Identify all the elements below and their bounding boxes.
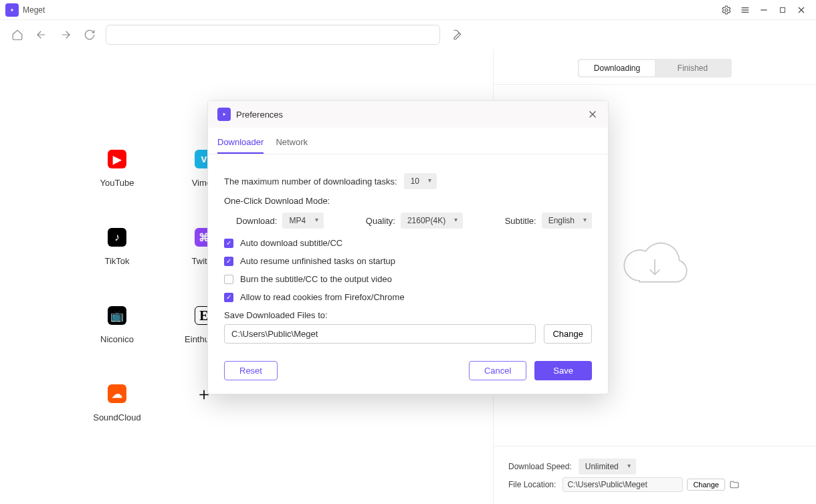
preferences-dialog: Preferences Downloader Network The maxim…	[207, 100, 609, 394]
one-click-label: One-Click Download Mode:	[224, 196, 592, 206]
download-format-select[interactable]: MP4	[282, 213, 324, 229]
quality-select[interactable]: 2160P(4K)	[401, 213, 463, 229]
cancel-button[interactable]: Cancel	[469, 361, 526, 380]
dialog-header: Preferences	[208, 101, 608, 128]
dialog-logo-icon	[217, 108, 231, 121]
dialog-title: Preferences	[236, 110, 283, 120]
checkbox-row-burn_sub: Burn the subtitle/CC to the output video	[224, 274, 592, 284]
checkbox-auto_resume[interactable]	[224, 257, 233, 266]
download-format-label: Download:	[236, 216, 277, 226]
checkbox-burn_sub[interactable]	[224, 275, 233, 284]
dialog-close-icon[interactable]	[587, 108, 599, 120]
dialog-tab-network[interactable]: Network	[276, 133, 308, 154]
subtitle-select[interactable]: English	[542, 213, 592, 229]
checkbox-row-read_cookies: Allow to read cookies from Firefox/Chrom…	[224, 292, 592, 302]
save-path-change-button[interactable]: Change	[544, 324, 592, 344]
save-path-input[interactable]	[224, 324, 536, 344]
quality-label: Quality:	[366, 216, 395, 226]
checkbox-label: Allow to read cookies from Firefox/Chrom…	[240, 292, 405, 302]
checkbox-label: Auto resume unfinished tasks on startup	[240, 256, 395, 266]
max-tasks-select[interactable]: 10	[404, 173, 437, 189]
subtitle-label: Subtitle:	[505, 216, 536, 226]
dialog-tabs: Downloader Network	[208, 128, 608, 154]
max-tasks-label: The maximum number of downloading tasks:	[224, 176, 397, 186]
reset-button[interactable]: Reset	[224, 361, 278, 380]
dialog-tab-downloader[interactable]: Downloader	[217, 133, 264, 154]
checkbox-row-auto_resume: Auto resume unfinished tasks on startup	[224, 256, 592, 266]
checkbox-label: Auto download subtitle/CC	[240, 238, 342, 248]
overlay: Preferences Downloader Network The maxim…	[0, 0, 816, 504]
save-button[interactable]: Save	[534, 361, 592, 380]
checkbox-label: Burn the subtitle/CC to the output video	[240, 274, 392, 284]
save-to-label: Save Downloaded Files to:	[224, 310, 592, 320]
checkbox-read_cookies[interactable]	[224, 293, 233, 302]
checkbox-auto_sub[interactable]	[224, 239, 233, 248]
checkbox-row-auto_sub: Auto download subtitle/CC	[224, 238, 592, 248]
